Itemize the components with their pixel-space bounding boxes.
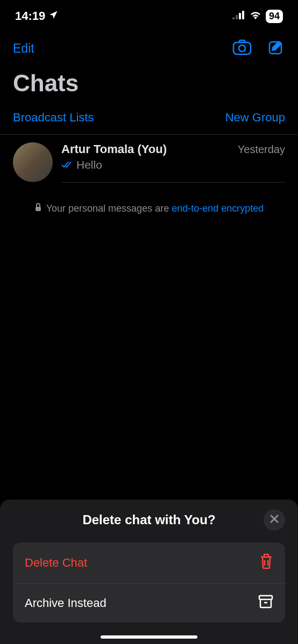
close-icon [269,514,279,526]
chat-header: Artur Tomala (You) Yesterday [61,142,285,156]
cellular-icon [232,11,245,21]
status-time: 14:19 [15,9,45,23]
compose-icon[interactable] [268,39,285,58]
sheet-header: Delete chat with You? [13,512,285,527]
new-group-link[interactable]: New Group [225,111,285,125]
lock-icon [34,203,42,214]
chat-row[interactable]: Artur Tomala (You) Yesterday Hello [0,135,298,190]
home-indicator[interactable] [101,635,197,639]
battery-badge: 94 [266,10,283,23]
sub-nav: Broadcast Lists New Group [0,101,298,135]
svg-rect-2 [239,13,241,19]
chat-preview: Hello [61,158,285,171]
svg-rect-1 [236,15,238,19]
encryption-text: Your personal messages are end-to-end en… [46,203,264,214]
wifi-icon [250,11,261,21]
nav-bar: Edit [0,29,298,63]
trash-icon [259,553,273,573]
encryption-link[interactable]: end-to-end encrypted [172,203,264,214]
status-left: 14:19 [15,9,58,23]
nav-icons [232,39,285,58]
sheet-options: Delete Chat Archive Instead [13,542,285,623]
encryption-prefix: Your personal messages are [46,203,172,214]
camera-icon[interactable] [232,39,252,57]
svg-rect-7 [36,207,41,211]
page-title: Chats [0,63,298,101]
svg-point-5 [239,45,245,52]
close-button[interactable] [264,509,285,531]
read-receipt-icon [61,158,73,171]
archive-option[interactable]: Archive Instead [13,583,285,623]
status-bar: 14:19 94 [0,0,298,29]
delete-chat-option[interactable]: Delete Chat [13,542,285,583]
status-right: 94 [232,10,283,23]
svg-rect-8 [259,596,272,599]
archive-icon [258,595,273,612]
chat-content: Artur Tomala (You) Yesterday Hello [61,142,285,183]
encryption-note: Your personal messages are end-to-end en… [0,190,298,227]
svg-rect-3 [242,11,244,19]
action-sheet: Delete chat with You? Delete Chat Archiv… [0,500,298,644]
location-icon [48,9,58,23]
edit-button[interactable]: Edit [13,41,34,56]
broadcast-lists-link[interactable]: Broadcast Lists [13,111,94,125]
svg-rect-0 [232,17,235,19]
chat-preview-text: Hello [76,158,102,171]
avatar[interactable] [13,142,53,182]
svg-rect-4 [233,42,251,54]
chat-time: Yesterday [238,143,285,156]
sheet-title: Delete chat with You? [82,512,215,527]
chat-name: Artur Tomala (You) [61,142,167,156]
delete-chat-label: Delete Chat [25,556,87,570]
archive-label: Archive Instead [25,596,107,610]
